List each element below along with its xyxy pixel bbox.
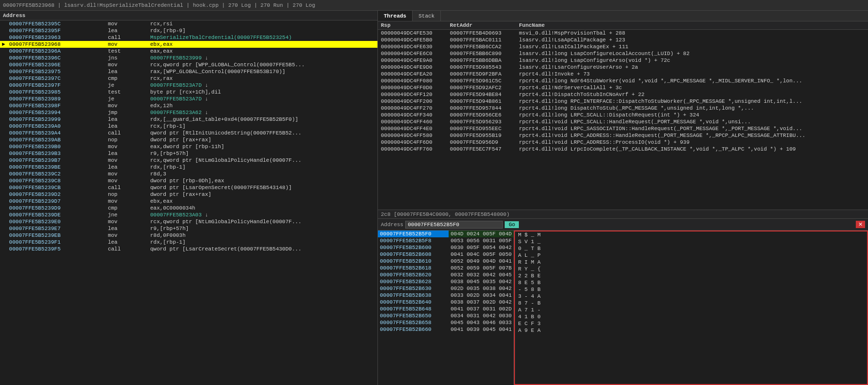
close-button[interactable]: ✕ [856, 221, 865, 228]
thread-row[interactable]: 00000049DC4FF20000007FFE5D94B861rpcrt4.d… [378, 98, 868, 105]
mem-ascii: A 9 E A [515, 327, 543, 334]
disasm-row[interactable]: 00007FFE5B5239C8movdword ptr [rbp-0Dh],e… [0, 177, 377, 184]
go-button[interactable]: Go [505, 221, 519, 228]
tab-stack[interactable]: Stack [413, 11, 441, 21]
memory-content: 00007FFE5B52B5F0004D 0024 005F 004D00007… [378, 231, 868, 385]
thread-rsp: 00000049DC4FF4E0 [378, 125, 447, 132]
thread-funcname: lsasrv.dll!LsaICallPackageEx + 111 [516, 43, 868, 50]
thread-rsp: 00000049DC4FE5B0 [378, 37, 447, 43]
disasm-row[interactable]: 00007FFE5B52396Emovrcx,qword ptr [WPP_GL… [0, 61, 377, 68]
memory-ascii-panel[interactable]: M $ _ MS V 1 _0 _ T BA L _ PR I M AR Y _… [514, 231, 868, 385]
disasm-row[interactable]: 00007FFE5B5239B3lear9,[rbp+57h] [0, 150, 377, 157]
thread-row[interactable]: 00000049DC4FF6D000007FFE5D956D9rpcrt4.dl… [378, 139, 868, 146]
mem-bytes: 0030 005F 0054 0042 [449, 244, 513, 251]
disasm-row[interactable]: 00007FFE5B5239C2movr8d,3 [0, 171, 377, 177]
disasm-ops: 00007FFE5B523A7D ↓ [148, 96, 377, 102]
disasm-row[interactable]: 00007FFE5B5239F1leardx,[rbp-1] [0, 239, 377, 246]
disasm-row[interactable]: 00007FFE5B52396Cjns00007FFE5B523999 ↓ [0, 55, 377, 61]
mem-ascii: 2 2 B E [515, 272, 543, 279]
memory-hex-row[interactable]: 00007FFE5B52B5F0004D 0024 005F 004D [378, 231, 513, 237]
thread-row[interactable]: 00000049DC4FF4E000007FFE5D955EECrpcrt4.d… [378, 125, 868, 132]
disasm-row[interactable]: 00007FFE5B5239A4callqword ptr [RtlInitUn… [0, 130, 377, 136]
disasm-row[interactable]: 00007FFE5B5239BEleardx,[rbp-1] [0, 164, 377, 171]
disasm-row[interactable]: 00007FFE5B523999leardx,[__guard_iat_tabl… [0, 116, 377, 123]
thread-row[interactable]: 00000049DC4FE5B000007FFE5BAC0111lsasrv.d… [378, 37, 868, 43]
thread-rsp: 00000049DC4FF340 [378, 112, 447, 118]
memory-hex-row[interactable]: 00007FFE5B52B6480041 0037 0031 002D [378, 306, 513, 312]
thread-row[interactable]: 00000049DC4FEA2000007FFE5D9F2BFArpcrt4.d… [378, 71, 868, 77]
memory-hex-row[interactable]: 00007FFE5B52B6280038 0045 0035 0042 [378, 278, 513, 285]
disasm-row[interactable]: 00007FFE5B5239DEjne00007FFE5B523A03 ↓ [0, 212, 377, 218]
disasm-mnem: nop [106, 191, 148, 198]
disasm-row[interactable]: 00007FFE5B52397Fje00007FFE5B523A7D ↓ [0, 82, 377, 89]
memory-hex-row[interactable]: 00007FFE5B52B6080041 004C 005F 0050 [378, 251, 513, 258]
disasm-row[interactable]: 00007FFE5B52395Fleardx,[rbp-9] [0, 27, 377, 34]
arrow-cell [0, 150, 7, 157]
memory-hex-row[interactable]: 00007FFE5B52B6400038 0037 002D 0042 [378, 299, 513, 306]
disasm-mnem: cmp [106, 205, 148, 212]
disasm-row[interactable]: 00007FFE5B523989je00007FFE5B523A7D ↓ [0, 96, 377, 102]
memory-hex-row[interactable]: 00007FFE5B52B6200032 0032 0042 0045 [378, 271, 513, 278]
thread-retaddr: 00007FFE5D955EEC [447, 125, 516, 132]
disasm-row[interactable]: 00007FFE5B5239B0moveax,dword ptr [rbp-11… [0, 143, 377, 150]
thread-row[interactable]: 00000049DC4FF46000007FFE5D956293rpcrt4.d… [378, 118, 868, 125]
thread-row[interactable]: 00000049DC4FE6C000007FFE5BB6C890lsasrv.d… [378, 50, 868, 57]
disasm-row[interactable]: 00007FFE5B5239F5callqword ptr [LsarCreat… [0, 246, 377, 252]
disasm-row[interactable]: 00007FFE5B5239E7lear9,[rbp+57h] [0, 225, 377, 232]
disasm-mnem: test [106, 48, 148, 55]
thread-row[interactable]: 00000049DC4FE9A000007FFE5BB6DBBAlsasrv.d… [378, 57, 868, 64]
memory-hex-row[interactable]: 00007FFE5B52B6500034 0031 0042 0030 [378, 312, 513, 319]
disasm-row[interactable]: 00007FFE5B52396Atesteax,eax [0, 48, 377, 55]
thread-row[interactable]: 00000049DC4FF58000007FFE5D955B19rpcrt4.d… [378, 132, 868, 139]
arrow-cell [0, 136, 7, 143]
thread-row[interactable]: 00000049DC4FF08000007FFE5D961C5Crpcrt4.d… [378, 77, 868, 84]
threads-content[interactable]: Rsp RetAddr FuncName 00000049DC4FE530000… [378, 21, 868, 210]
disasm-panel: Address 00007FFE5B52395Cmovrcx,rsi00007F… [0, 11, 378, 385]
memory-hex-row[interactable]: 00007FFE5B52B6000030 005F 0054 0042 [378, 244, 513, 251]
disasm-row[interactable]: 00007FFE5B5239A0learcx,[rbp-1] [0, 123, 377, 130]
disasm-row[interactable]: 00007FFE5B5239D7movebx,eax [0, 198, 377, 205]
disasm-row[interactable]: 00007FFE5B523975learax,[WPP_GLOBAL_Contr… [0, 68, 377, 75]
memory-hex-row[interactable]: 00007FFE5B52B5F80053 0056 0031 005F [378, 237, 513, 244]
thread-row[interactable]: 00000049DC4FF12000007FFE5D94BE84rpcrt4.d… [378, 91, 868, 98]
memory-hex-row[interactable]: 00007FFE5B52B6100052 0049 004D 0041 [378, 258, 513, 265]
memory-hex-row[interactable]: 00007FFE5B52B6600041 0039 0045 0041 [378, 326, 513, 333]
memory-addr-input[interactable] [405, 221, 503, 229]
memory-hex-row[interactable]: 00007FFE5B52B630002D 0035 0038 0042 [378, 285, 513, 292]
disasm-row[interactable]: 00007FFE5B5239D9cmpeax,0C0000034h [0, 205, 377, 212]
col-funcname: FuncName [516, 21, 868, 30]
disasm-row[interactable]: 00007FFE5B5239D2nopdword ptr [rax+rax] [0, 191, 377, 198]
disasm-row[interactable]: ►00007FFE5B523968movebx,eax [0, 41, 377, 48]
disasm-row[interactable]: 00007FFE5B523994jmp00007FFE5B523A62 ↓ [0, 109, 377, 116]
disasm-addr: 00007FFE5B5239B7 [7, 157, 106, 164]
memory-ascii-row: 0 _ T B [515, 245, 543, 252]
disasm-row[interactable]: 00007FFE5B5239EBmovr8d,0F0003h [0, 232, 377, 239]
thread-row[interactable]: 00000049DC4FF76000007FFE5EC7F547rpcrt4.d… [378, 146, 868, 153]
memory-hex-row[interactable]: 00007FFE5B52B6580045 0043 0046 0033 [378, 319, 513, 326]
disasm-row[interactable]: 00007FFE5B52395Cmovrcx,rsi [0, 20, 377, 27]
memory-hex-row[interactable]: 00007FFE5B52B6180052 0059 005F 007B [378, 265, 513, 271]
thread-row[interactable]: 00000049DC4FE63000007FFE5BB6CCA2lsasrv.d… [378, 43, 868, 50]
tab-threads[interactable]: Threads [378, 11, 413, 21]
thread-row[interactable]: 00000049DC4FF0D000007FFE5D92AFC2rpcrt4.d… [378, 84, 868, 91]
disasm-row[interactable]: 00007FFE5B523963callMspSerializeTbalCred… [0, 34, 377, 41]
disasm-addr: 00007FFE5B5239AB [7, 136, 106, 143]
disasm-table[interactable]: 00007FFE5B52395Cmovrcx,rsi00007FFE5B5239… [0, 20, 377, 385]
disasm-mnem: lea [106, 27, 148, 34]
thread-row[interactable]: 00000049DC4FF34000007FFE5D956CE6rpcrt4.d… [378, 112, 868, 118]
disasm-row[interactable]: 00007FFE5B5239E0movrcx,qword ptr [NtLmGl… [0, 218, 377, 225]
disasm-mnem: call [106, 246, 148, 252]
disasm-row[interactable]: 00007FFE5B52398Fmovedx,12h [0, 102, 377, 109]
thread-row[interactable]: 00000049DC4FF27000007FFE5D957844rpcrt4.d… [378, 105, 868, 112]
disasm-row[interactable]: 00007FFE5B52397Ccmprcx,rax [0, 75, 377, 82]
memory-hex-panel[interactable]: 00007FFE5B52B5F0004D 0024 005F 004D00007… [378, 231, 514, 385]
thread-row[interactable]: 00000049DC4FE9D000007FFE5D985543lsasrv.d… [378, 64, 868, 71]
disasm-row[interactable]: 00007FFE5B5239ABnopdword ptr [rax+rax] [0, 136, 377, 143]
memory-hex-row[interactable]: 00007FFE5B52B6380033 002D 0034 0041 [378, 292, 513, 299]
disasm-row[interactable]: 00007FFE5B5239B7movrcx,qword ptr [NtLmGl… [0, 157, 377, 164]
disasm-row[interactable]: 00007FFE5B5239CBcallqword ptr [LsarOpenS… [0, 184, 377, 191]
thread-row[interactable]: 00000049DC4FE53000007FFE5B4D0693msvi_0.d… [378, 30, 868, 37]
arrow-cell [0, 89, 7, 96]
disasm-mnem: jmp [106, 109, 148, 116]
disasm-row[interactable]: 00007FFE5B523985testbyte ptr [rcx+1Ch],d… [0, 89, 377, 96]
